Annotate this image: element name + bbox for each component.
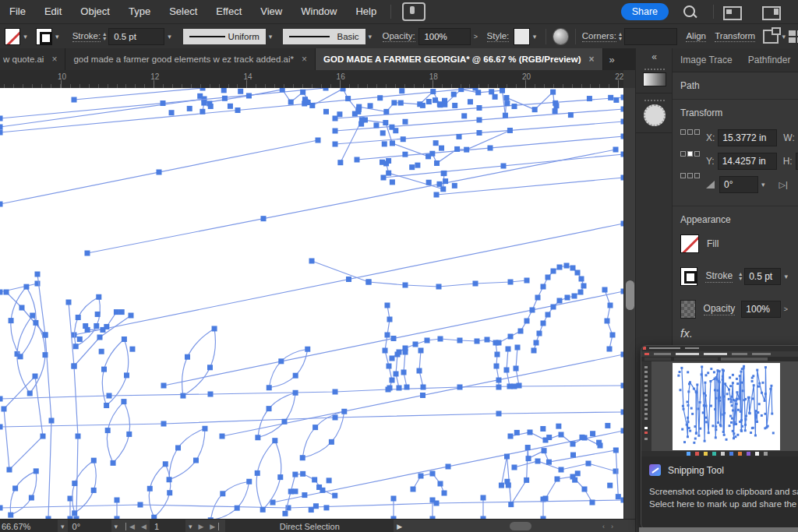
style-label[interactable]: Style:: [487, 31, 510, 42]
collapse-panels-icon[interactable]: «: [636, 48, 673, 62]
menu-select[interactable]: Select: [160, 0, 207, 23]
stroke-label[interactable]: Stroke:: [72, 31, 101, 42]
tool-indicator-arrow-icon[interactable]: ▶: [394, 523, 405, 530]
tab-close-icon[interactable]: ×: [302, 54, 307, 65]
vertical-scrollbar[interactable]: [623, 88, 636, 519]
corners-field[interactable]: [624, 28, 677, 45]
brush-preview: [289, 36, 330, 37]
width-profile-dropdown[interactable]: Uniform: [183, 29, 266, 44]
vertical-scrollbar-thumb[interactable]: [626, 280, 634, 310]
tab-overflow-icon[interactable]: »: [609, 54, 615, 65]
toast-message-line1: Screenshot copied to clipboard and saved: [649, 485, 791, 498]
tab-farmer-elements[interactable]: god made a farmer good elements w ez tra…: [65, 48, 316, 70]
menu-window[interactable]: Window: [291, 0, 346, 23]
first-artboard-icon[interactable]: ◀: [125, 523, 138, 530]
menu-edit[interactable]: Edit: [35, 0, 71, 23]
corners-stepper[interactable]: ▴▾: [619, 32, 622, 41]
zoom-chevron-icon[interactable]: ▾: [58, 523, 68, 530]
snipping-tool-toast[interactable]: Snipping Tool Screenshot copied to clipb…: [641, 345, 798, 530]
width-profile-chevron-icon[interactable]: ▾: [266, 33, 276, 41]
align-link[interactable]: Align: [686, 31, 706, 42]
scroll-right-icon[interactable]: ›: [608, 523, 616, 530]
reference-point-locator[interactable]: [680, 129, 700, 193]
appearance-stroke-chevron-icon[interactable]: ▾: [781, 273, 791, 280]
brush-chevron-icon[interactable]: ▾: [365, 33, 376, 41]
appearance-stroke-label[interactable]: Stroke: [705, 270, 733, 283]
panel-grip[interactable]: [644, 69, 665, 70]
menu-effect[interactable]: Effect: [207, 0, 251, 23]
style-chevron-icon[interactable]: ▾: [530, 33, 540, 41]
status-bar: 66.67% ▾ 0° ▾ ◀ ◀ 1 ▾ ▶ ▶ Direct Selecti…: [0, 519, 635, 532]
touch-workspace-icon[interactable]: [402, 2, 425, 21]
x-value-field[interactable]: 15.3772 in: [718, 129, 777, 146]
rotation-chevron-icon[interactable]: ▾: [111, 523, 122, 530]
flip-icon[interactable]: ▷|: [779, 180, 788, 190]
menu-file[interactable]: File: [0, 0, 35, 23]
search-icon[interactable]: [683, 5, 695, 17]
tab-pathfinder[interactable]: Pathfinder: [740, 55, 798, 65]
corners-label[interactable]: Corners:: [582, 31, 616, 42]
angle-chevron-icon[interactable]: ▾: [758, 181, 768, 188]
opacity-field[interactable]: 100%: [418, 28, 470, 45]
thumb-taskbar: [641, 451, 798, 456]
next-artboard-icon[interactable]: ▶: [195, 523, 207, 530]
stroke-weight-field[interactable]: 0.5 pt: [108, 28, 164, 45]
appearance-opacity-label[interactable]: Opacity: [704, 303, 736, 315]
current-tool-indicator[interactable]: Direct Selection: [225, 520, 394, 532]
transform-link[interactable]: Transform: [715, 31, 755, 42]
tab-image-trace[interactable]: Image Trace: [673, 55, 740, 65]
last-artboard-icon[interactable]: ▶: [207, 523, 219, 530]
horizontal-scrollbar[interactable]: [408, 521, 596, 531]
menu-type[interactable]: Type: [119, 0, 160, 23]
tab-farmer-georgia-active[interactable]: GOD MADE A FARMER GEORGIA* @ 66.67 % (RG…: [316, 48, 603, 70]
appearance-fill-swatch[interactable]: [680, 234, 699, 253]
stroke-proxy-swatch[interactable]: [36, 28, 52, 45]
stroke-weight-chevron-icon[interactable]: ▾: [164, 33, 175, 41]
appearance-opacity-more-icon[interactable]: >: [781, 305, 791, 313]
style-swatch[interactable]: [514, 28, 530, 45]
panel-grid-icon[interactable]: [789, 30, 798, 43]
toast-message-line2[interactable]: Select here to mark up and share the ima…: [649, 498, 791, 510]
workspace-switcher-icon[interactable]: [723, 6, 742, 20]
fill-chevron-icon[interactable]: ▾: [20, 33, 30, 41]
document-tab-bar: w quote.ai × god made a farmer good elem…: [0, 48, 635, 70]
tab-close-icon[interactable]: ×: [51, 54, 57, 65]
recolor-artwork-icon[interactable]: [553, 28, 569, 45]
menu-object[interactable]: Object: [71, 0, 119, 23]
share-button[interactable]: Share: [621, 3, 669, 20]
y-value-field[interactable]: 14.4257 in: [718, 153, 777, 170]
appearance-opacity-swatch[interactable]: [680, 300, 696, 319]
scroll-left-icon[interactable]: ‹: [599, 523, 608, 530]
brush-dropdown[interactable]: Basic: [283, 29, 365, 44]
horizontal-scrollbar-thumb[interactable]: [510, 522, 531, 530]
prev-artboard-icon[interactable]: ◀: [138, 523, 150, 530]
arrange-documents-icon[interactable]: [762, 6, 781, 20]
appearance-opacity-field[interactable]: 100%: [741, 301, 780, 318]
opacity-label[interactable]: Opacity:: [383, 31, 415, 42]
menu-view[interactable]: View: [251, 0, 291, 23]
appearance-stroke-field[interactable]: 0.5 pt: [744, 268, 781, 285]
artwork-canvas[interactable]: [0, 88, 623, 519]
transparency-panel-icon[interactable]: [644, 104, 666, 126]
tab-close-icon[interactable]: ×: [589, 54, 595, 65]
fill-none-swatch[interactable]: [5, 28, 21, 45]
stroke-chevron-icon[interactable]: ▾: [52, 33, 62, 41]
artboard-chevron-icon[interactable]: ▾: [185, 523, 196, 530]
thumb-menu-bar: [641, 346, 798, 351]
menu-help[interactable]: Help: [346, 0, 386, 23]
appearance-stroke-swatch[interactable]: [680, 267, 697, 286]
panel-grip[interactable]: [644, 100, 665, 101]
appearance-stroke-stepper[interactable]: ▴▾: [739, 272, 742, 281]
fx-button[interactable]: fx.: [673, 319, 798, 340]
opacity-more-icon[interactable]: >: [471, 33, 481, 41]
isolate-selection-icon[interactable]: [763, 30, 779, 44]
angle-field[interactable]: 0°: [719, 176, 758, 193]
stroke-stepper[interactable]: ▴▾: [103, 32, 106, 41]
gradient-panel-icon[interactable]: [643, 72, 666, 86]
rotation-field[interactable]: 0°: [68, 520, 111, 532]
toast-thumbnail[interactable]: [641, 346, 798, 456]
artboard-number-field[interactable]: 1: [150, 520, 185, 532]
tab-quote[interactable]: w quote.ai ×: [0, 48, 65, 70]
zoom-level-field[interactable]: 66.67%: [0, 520, 58, 532]
appearance-fill-label[interactable]: Fill: [707, 238, 719, 249]
